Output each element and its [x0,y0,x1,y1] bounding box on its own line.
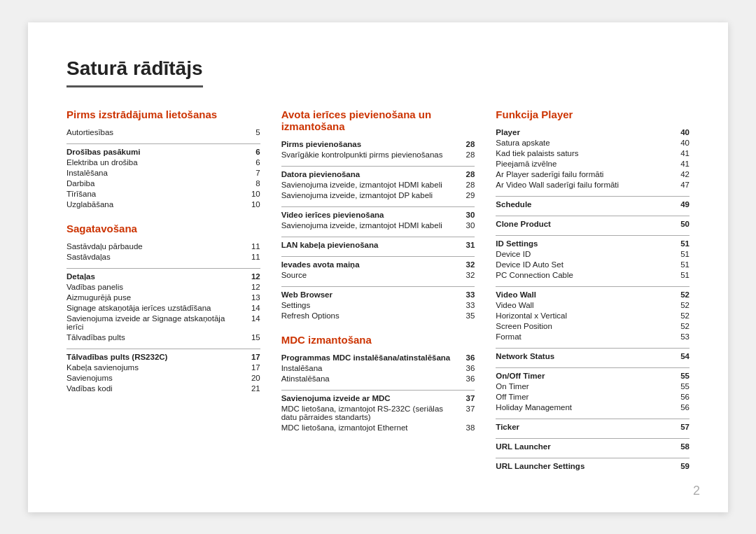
toc-divider [496,419,690,419]
toc-row: Ticker57 [496,422,690,433]
toc-divider [496,216,690,216]
toc-row: Sastāvdaļu pārbaude11 [66,241,260,252]
toc-page-num: 15 [243,333,260,342]
toc-label: Video ierīces pievienošana [281,211,458,219]
toc-page-num: 29 [457,191,475,199]
toc-group: URL Launcher58 [496,442,690,452]
toc-label: Savienojums [66,374,243,382]
toc-row: Sastāvdaļas11 [66,252,260,262]
toc-row: Elektriba un drošiba6 [66,157,260,168]
toc-label: Clone Product [496,220,672,228]
toc-page-num: 53 [672,332,690,341]
toc-row: Video Wall52 [496,300,690,311]
toc-page-num: 11 [243,242,260,251]
toc-row: Vadības panelis12 [66,282,260,293]
toc-label: Svarīgākie kontrolpunkti pirms pievienoš… [281,150,458,159]
toc-group: Pirms pievienošanas28Svarīgākie kontrolp… [281,139,475,160]
toc-group: On/Off Timer55On Timer55Off Timer56Holid… [496,371,690,413]
toc-group: Video Wall52Video Wall52Horizontal x Ver… [496,290,690,342]
toc-row: Source32 [281,270,475,281]
toc-label: Settings [281,301,458,309]
toc-label: Savienojuma izveide, izmantojot HDMI kab… [281,221,458,230]
toc-page-num: 14 [243,314,260,331]
toc-row: Clone Product50 [496,219,690,230]
section-title: Avota ierīces pievienošana un izmantošan… [281,108,475,132]
toc-label: URL Launcher Settings [496,462,672,470]
toc-row: On/Off Timer55 [496,371,690,381]
toc-row: Format53 [496,332,690,342]
toc-label: Vadības kodi [66,384,243,393]
toc-row: Device ID Auto Set51 [496,260,690,270]
toc-row: Autortiesības5 [66,127,260,138]
toc-page-num: 50 [672,220,690,228]
toc-page-num: 56 [672,393,690,401]
toc-group: Tālvadības pults (RS232C)17Kabeļa savien… [66,352,260,394]
toc-page-num: 41 [672,149,690,157]
toc-divider [281,256,475,257]
toc-page-num: 6 [243,158,260,167]
toc-label: Darbiba [66,179,243,188]
toc-label: Sastāvdaļu pārbaude [66,242,243,251]
toc-label: Ticker [496,423,672,431]
toc-label: Sastāvdaļas [66,253,243,261]
toc-page-num: 17 [243,353,260,361]
toc-divider [281,390,475,391]
toc-label: Screen Position [496,322,672,330]
toc-label: Drošības pasākumi [66,148,243,156]
toc-group: Autortiesības5 [66,127,260,138]
section-title: Pirms izstrādājuma lietošanas [66,108,260,120]
toc-page-num: 21 [243,384,260,393]
toc-page-num: 51 [672,239,690,248]
toc-row: Savienojums20 [66,373,260,384]
toc-label: Ar Player saderīgi failu formāti [496,170,672,178]
toc-page-num: 56 [672,403,690,412]
toc-page-num: 30 [457,221,475,230]
toc-page-num: 58 [672,442,690,451]
toc-label: Tīrīšana [66,190,243,198]
toc-page-num: 6 [243,148,260,156]
toc-row: Off Timer56 [496,392,690,402]
toc-label: Elektriba un drošiba [66,158,243,167]
toc-page-num: 20 [243,374,260,382]
toc-label: Savienojuma izveide ar MDC [281,394,458,402]
toc-label: PC Connection Cable [496,271,672,279]
page: Saturā rādītājs Pirms izstrādājuma lieto… [28,22,728,512]
toc-page-num: 51 [672,250,690,258]
toc-label: Device ID Auto Set [496,260,672,269]
toc-group: Player40Satura apskate40Kad tiek palaist… [496,127,690,190]
toc-row: Device ID51 [496,249,690,260]
toc-row: MDC lietošana, izmantojot RS-232C (seriā… [281,404,475,423]
toc-row: Video Wall52 [496,290,690,300]
toc-label: Off Timer [496,393,672,401]
toc-group: Schedule49 [496,199,690,210]
toc-label: Ar Video Wall saderīgi failu formāti [496,181,672,189]
toc-row: Instalēšana36 [281,363,475,374]
toc-row: MDC lietošana, izmantojot Ethernet38 [281,423,475,433]
toc-row: Settings33 [281,300,475,311]
column-2: Funkcija PlayerPlayer40Satura apskate40K… [496,108,690,477]
toc-group: Programmas MDC instalēšana/atinstalēšana… [281,353,475,384]
toc-page-num: 37 [457,405,475,421]
toc-label: Programmas MDC instalēšana/atinstalēšana [281,353,458,362]
toc-group: Datora pievienošana28Savienojuma izveide… [281,169,475,201]
toc-page-num: 38 [457,423,475,432]
toc-label: Schedule [496,200,672,209]
toc-row: Network Status54 [496,351,690,362]
toc-row: Ievades avota maiņa32 [281,260,475,270]
toc-row: Savienojuma izveide, izmantojot DP kabel… [281,190,475,201]
toc-label: Satura apskate [496,139,672,147]
toc-label: Source [281,271,458,279]
toc-row: Tīrīšana10 [66,189,260,199]
toc-row: Datora pievienošana28 [281,169,475,180]
toc-label: MDC lietošana, izmantojot Ethernet [281,423,458,432]
toc-row: Pieejamā izvēlne41 [496,159,690,169]
toc-divider [496,196,690,197]
toc-page-num: 49 [672,200,690,209]
toc-row: URL Launcher Settings59 [496,461,690,472]
toc-label: Savienojuma izveide, izmantojot HDMI kab… [281,181,458,189]
toc-label: Web Browser [281,290,458,299]
toc-row: Schedule49 [496,199,690,210]
toc-label: Tālvadības pults [66,333,243,342]
toc-page-num: 14 [243,304,260,312]
toc-page-num: 42 [672,170,690,178]
